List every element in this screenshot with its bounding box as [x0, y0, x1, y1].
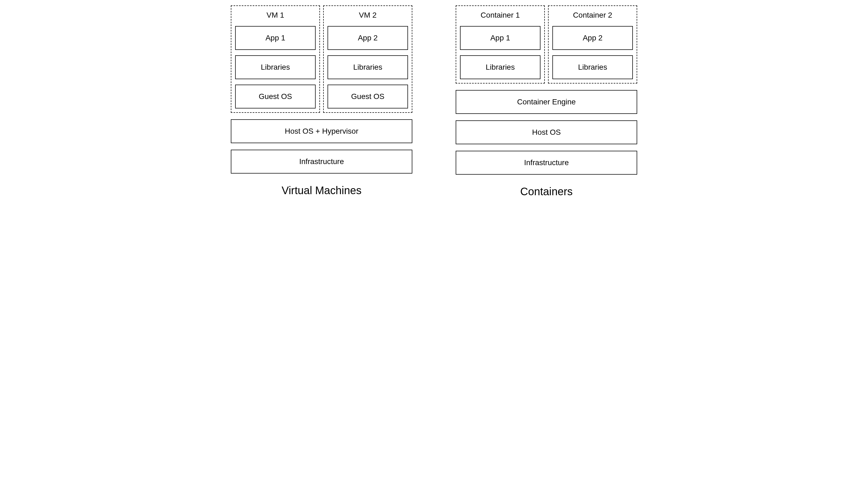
vm-stack-area: VM 1 App 1 Libraries Guest OS VM 2 App 2…: [231, 5, 412, 173]
container-column: Container 1 App 1 Libraries Container 2 …: [456, 5, 637, 198]
vm-2-box: VM 2 App 2 Libraries Guest OS: [323, 5, 412, 113]
vm-2-app: App 2: [328, 26, 408, 50]
vm-1-box: VM 1 App 1 Libraries Guest OS: [231, 5, 320, 113]
vm-2-libraries: Libraries: [328, 55, 408, 79]
container-2-libraries: Libraries: [552, 55, 633, 79]
vm-host-hypervisor: Host OS + Hypervisor: [231, 119, 412, 143]
vm-2-title: VM 2: [328, 9, 408, 21]
container-caption: Containers: [456, 185, 637, 198]
vm-caption: Virtual Machines: [231, 184, 412, 196]
container-1-libraries: Libraries: [460, 55, 540, 79]
vm-infrastructure: Infrastructure: [231, 150, 412, 173]
container-engine: Container Engine: [456, 90, 637, 114]
vm-column: VM 1 App 1 Libraries Guest OS VM 2 App 2…: [231, 5, 412, 198]
vm-2-guest-os: Guest OS: [328, 84, 408, 109]
container-infrastructure: Infrastructure: [456, 151, 637, 174]
container-2-app: App 2: [552, 26, 633, 50]
container-dashed-row: Container 1 App 1 Libraries Container 2 …: [456, 5, 637, 83]
container-1-app: App 1: [460, 26, 540, 50]
diagram-container: VM 1 App 1 Libraries Guest OS VM 2 App 2…: [231, 5, 637, 198]
vm-1-guest-os: Guest OS: [235, 84, 316, 109]
vm-1-libraries: Libraries: [235, 55, 316, 79]
container-stack-area: Container 1 App 1 Libraries Container 2 …: [456, 5, 637, 174]
vm-dashed-row: VM 1 App 1 Libraries Guest OS VM 2 App 2…: [231, 5, 412, 113]
container-2-box: Container 2 App 2 Libraries: [548, 5, 637, 83]
container-1-title: Container 1: [460, 9, 540, 21]
vm-1-title: VM 1: [235, 9, 316, 21]
container-1-box: Container 1 App 1 Libraries: [456, 5, 545, 83]
vm-1-app: App 1: [235, 26, 316, 50]
container-host-os: Host OS: [456, 121, 637, 144]
container-2-title: Container 2: [552, 9, 633, 21]
